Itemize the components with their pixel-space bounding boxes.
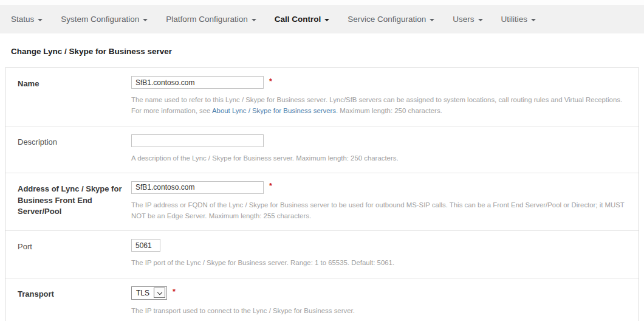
chevron-down-icon <box>531 19 536 21</box>
chevron-down-icon <box>143 19 148 21</box>
nav-item-platform-configuration[interactable]: Platform Configuration <box>166 15 256 24</box>
name-help-text: The name used to refer to this Lync / Sk… <box>131 94 629 117</box>
form-row-name: Name * The name used to refer to this Ly… <box>5 68 639 126</box>
transport-help-text: The IP transport used to connect to the … <box>131 305 629 316</box>
required-asterisk: * <box>173 288 176 296</box>
chevron-down-icon <box>38 19 43 21</box>
port-label: Port <box>13 239 131 268</box>
name-input[interactable] <box>131 76 264 89</box>
nav-item-service-configuration[interactable]: Service Configuration <box>348 15 434 24</box>
nav-item-label: Call Control <box>275 15 321 24</box>
chevron-down-icon <box>430 19 434 21</box>
port-help-text: The IP port of the Lync / Skype for Busi… <box>131 257 629 268</box>
nav-item-label: Service Configuration <box>348 15 426 24</box>
chevron-down-icon <box>478 19 483 21</box>
nav-item-status[interactable]: Status <box>11 15 43 24</box>
address-input[interactable] <box>131 181 264 194</box>
address-help-text: The IP address or FQDN of the Lync / Sky… <box>131 199 629 222</box>
nav-item-label: Status <box>11 15 34 24</box>
nav-item-system-configuration[interactable]: System Configuration <box>61 15 148 24</box>
transport-select[interactable]: TLS <box>131 286 167 300</box>
description-label: Description <box>13 134 131 164</box>
name-label: Name <box>13 76 131 117</box>
form-row-address: Address of Lync / Skype for Business Fro… <box>5 173 639 231</box>
server-settings-form: Name * The name used to refer to this Ly… <box>5 67 639 321</box>
nav-item-label: System Configuration <box>61 15 139 24</box>
chevron-down-icon <box>324 19 329 21</box>
select-arrow-button[interactable] <box>154 288 165 298</box>
form-row-transport: Transport TLS * The IP transport used to… <box>5 278 639 321</box>
form-row-port: Port The IP port of the Lync / Skype for… <box>5 230 639 277</box>
nav-item-utilities[interactable]: Utilities <box>501 15 536 24</box>
description-input[interactable] <box>131 134 264 147</box>
main-navigation: Status System Configuration Platform Con… <box>0 5 644 33</box>
nav-item-call-control[interactable]: Call Control <box>275 15 330 24</box>
page-title: Change Lync / Skype for Business server <box>11 47 633 56</box>
transport-selected-value: TLS <box>136 289 149 297</box>
about-lync-skype-servers-link[interactable]: About Lync / Skype for Business servers <box>212 107 336 114</box>
required-asterisk: * <box>269 77 272 86</box>
nav-item-label: Users <box>453 15 474 24</box>
top-strip <box>0 0 644 5</box>
chevron-down-icon <box>157 289 162 294</box>
nav-item-label: Utilities <box>501 15 528 24</box>
nav-item-label: Platform Configuration <box>166 15 247 24</box>
required-asterisk: * <box>269 182 272 190</box>
form-row-description: Description A description of the Lync / … <box>5 126 639 173</box>
chevron-down-icon <box>252 19 256 21</box>
address-label: Address of Lync / Skype for Business Fro… <box>13 181 131 222</box>
transport-label: Transport <box>13 286 131 316</box>
nav-item-users[interactable]: Users <box>453 15 482 24</box>
port-input[interactable] <box>131 239 160 252</box>
description-help-text: A description of the Lync / Skype for Bu… <box>131 153 629 164</box>
